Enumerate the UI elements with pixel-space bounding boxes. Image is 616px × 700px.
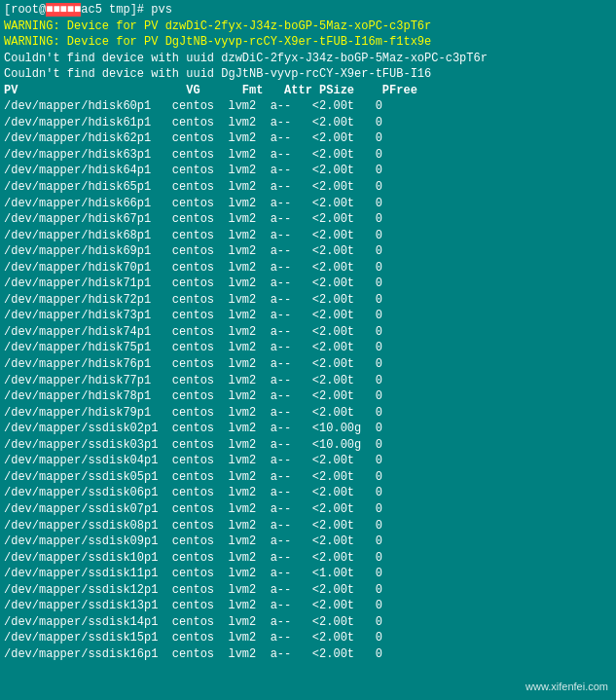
table-row: /dev/mapper/hdisk62p1 centos lvm2 a-- <2… xyxy=(4,130,612,147)
table-row: /dev/mapper/hdisk78p1 centos lvm2 a-- <2… xyxy=(4,388,612,405)
warning-line-2: WARNING: Device for PV DgJtNB-vyvp-rcCY-… xyxy=(4,34,612,51)
table-row: /dev/mapper/hdisk63p1 centos lvm2 a-- <2… xyxy=(4,147,612,164)
table-row: /dev/mapper/hdisk68p1 centos lvm2 a-- <2… xyxy=(4,228,612,244)
table-row: /dev/mapper/ssdisk16p1 centos lvm2 a-- <… xyxy=(4,646,612,663)
table-row: /dev/mapper/hdisk71p1 centos lvm2 a-- <2… xyxy=(4,276,612,292)
table-row: /dev/mapper/ssdisk07p1 centos lvm2 a-- <… xyxy=(4,501,612,518)
column-header: PV VG Fmt Attr PSize PFree xyxy=(4,83,612,99)
terminal-window: [root@■■■■■ac5 tmp]# pvs WARNING: Device… xyxy=(0,0,616,700)
table-row: /dev/mapper/hdisk77p1 centos lvm2 a-- <2… xyxy=(4,373,612,389)
table-row: /dev/mapper/ssdisk10p1 centos lvm2 a-- <… xyxy=(4,550,612,567)
watermark: www.xifenfei.com xyxy=(525,681,608,692)
table-row: /dev/mapper/hdisk69p1 centos lvm2 a-- <2… xyxy=(4,243,612,260)
table-row: /dev/mapper/ssdisk06p1 centos lvm2 a-- <… xyxy=(4,485,612,501)
table-row: /dev/mapper/ssdisk14p1 centos lvm2 a-- <… xyxy=(4,614,612,631)
warning-line-1: WARNING: Device for PV dzwDiC-2fyx-J34z-… xyxy=(4,18,612,35)
table-row: /dev/mapper/ssdisk08p1 centos lvm2 a-- <… xyxy=(4,518,612,534)
prompt-end: ac5 tmp]# pvs xyxy=(81,3,172,17)
table-row: /dev/mapper/hdisk60p1 centos lvm2 a-- <2… xyxy=(4,98,612,115)
table-row: /dev/mapper/hdisk79p1 centos lvm2 a-- <2… xyxy=(4,405,612,422)
table-row: /dev/mapper/ssdisk04p1 centos lvm2 a-- <… xyxy=(4,453,612,469)
table-row: /dev/mapper/hdisk66p1 centos lvm2 a-- <2… xyxy=(4,196,612,212)
table-row: /dev/mapper/hdisk64p1 centos lvm2 a-- <2… xyxy=(4,163,612,179)
table-row: /dev/mapper/ssdisk09p1 centos lvm2 a-- <… xyxy=(4,534,612,550)
error-line-2: Couldn't find device with uuid DgJtNB-vy… xyxy=(4,66,612,83)
table-row: /dev/mapper/hdisk65p1 centos lvm2 a-- <2… xyxy=(4,179,612,196)
prompt-line: [root@■■■■■ac5 tmp]# pvs xyxy=(4,2,612,18)
table-row: /dev/mapper/hdisk72p1 centos lvm2 a-- <2… xyxy=(4,292,612,309)
table-row: /dev/mapper/hdisk70p1 centos lvm2 a-- <2… xyxy=(4,260,612,276)
prompt-text: [root@ xyxy=(4,3,46,17)
table-row: /dev/mapper/ssdisk15p1 centos lvm2 a-- <… xyxy=(4,630,612,646)
error-line-1: Couldn't find device with uuid dzwDiC-2f… xyxy=(4,51,612,67)
table-row: /dev/mapper/ssdisk05p1 centos lvm2 a-- <… xyxy=(4,469,612,486)
table-row: /dev/mapper/hdisk74p1 centos lvm2 a-- <2… xyxy=(4,324,612,341)
table-row: /dev/mapper/hdisk73p1 centos lvm2 a-- <2… xyxy=(4,308,612,324)
pv-list: /dev/mapper/hdisk60p1 centos lvm2 a-- <2… xyxy=(4,98,612,662)
table-row: /dev/mapper/hdisk75p1 centos lvm2 a-- <2… xyxy=(4,340,612,356)
table-row: /dev/mapper/ssdisk02p1 centos lvm2 a-- <… xyxy=(4,421,612,437)
table-row: /dev/mapper/ssdisk12p1 centos lvm2 a-- <… xyxy=(4,582,612,599)
host-redacted: ■■■■■ xyxy=(46,3,81,17)
table-row: /dev/mapper/ssdisk03p1 centos lvm2 a-- <… xyxy=(4,437,612,454)
table-row: /dev/mapper/ssdisk13p1 centos lvm2 a-- <… xyxy=(4,598,612,614)
table-row: /dev/mapper/hdisk67p1 centos lvm2 a-- <2… xyxy=(4,211,612,228)
table-row: /dev/mapper/hdisk76p1 centos lvm2 a-- <2… xyxy=(4,356,612,373)
table-row: /dev/mapper/hdisk61p1 centos lvm2 a-- <2… xyxy=(4,115,612,131)
table-row: /dev/mapper/ssdisk11p1 centos lvm2 a-- <… xyxy=(4,566,612,582)
